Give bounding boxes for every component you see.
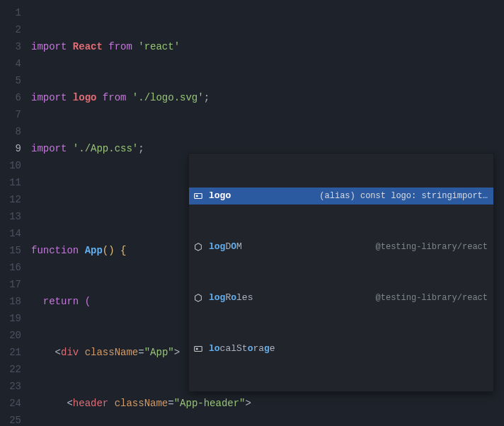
line-number-current: 9: [0, 140, 21, 157]
line-number: 20: [0, 327, 21, 344]
line-number: 8: [0, 123, 21, 140]
line-number: 14: [0, 225, 21, 242]
line-number: 5: [0, 72, 21, 89]
line-number: 24: [0, 395, 21, 412]
line-number: 2: [0, 21, 21, 38]
method-icon: [192, 293, 205, 303]
line-number: 13: [0, 208, 21, 225]
autocomplete-label: logRoles: [209, 289, 253, 306]
svg-rect-2: [195, 347, 202, 352]
variable-icon: [192, 344, 205, 354]
autocomplete-label: logDOM: [209, 238, 242, 255]
autocomplete-item[interactable]: logRoles @testing-library/react: [189, 289, 493, 306]
autocomplete-popup[interactable]: logo (alias) const logo: stringimport… l…: [188, 153, 494, 392]
line-number: 21: [0, 344, 21, 361]
line-number: 18: [0, 293, 21, 310]
autocomplete-label: logo: [209, 188, 231, 205]
line-number: 25: [0, 412, 21, 426]
svg-rect-0: [195, 194, 202, 199]
code-editor[interactable]: 1 2 3 4 5 6 7 8 9 10 11 12 13 14 15 16 1…: [0, 0, 504, 426]
code-line[interactable]: <header className="App-header">: [31, 395, 504, 412]
variable-icon: [192, 191, 205, 201]
svg-rect-3: [196, 348, 198, 350]
line-number: 4: [0, 55, 21, 72]
svg-rect-1: [196, 195, 198, 197]
line-number: 7: [0, 106, 21, 123]
line-number: 1: [0, 4, 21, 21]
autocomplete-detail: (alias) const logo: stringimport…: [311, 188, 488, 205]
autocomplete-item[interactable]: logDOM @testing-library/react: [189, 238, 493, 255]
code-area[interactable]: import React from 'react' import logo fr…: [31, 0, 504, 426]
line-number: 10: [0, 157, 21, 174]
line-number: 3: [0, 38, 21, 55]
line-number: 12: [0, 191, 21, 208]
code-line[interactable]: import React from 'react': [31, 38, 504, 55]
line-number: 19: [0, 310, 21, 327]
line-number: 23: [0, 378, 21, 395]
autocomplete-item-selected[interactable]: logo (alias) const logo: stringimport…: [189, 188, 493, 205]
code-line[interactable]: import logo from './logo.svg';: [31, 89, 504, 106]
line-number: 17: [0, 276, 21, 293]
line-number: 16: [0, 259, 21, 276]
autocomplete-label: localStorage: [209, 340, 275, 357]
autocomplete-detail: @testing-library/react: [367, 238, 488, 255]
line-number: 6: [0, 89, 21, 106]
method-icon: [192, 242, 205, 252]
line-number: 22: [0, 361, 21, 378]
line-number: 11: [0, 174, 21, 191]
line-number: 15: [0, 242, 21, 259]
autocomplete-detail: @testing-library/react: [367, 289, 488, 306]
line-number-gutter: 1 2 3 4 5 6 7 8 9 10 11 12 13 14 15 16 1…: [0, 0, 31, 426]
autocomplete-item[interactable]: localStorage: [189, 340, 493, 357]
